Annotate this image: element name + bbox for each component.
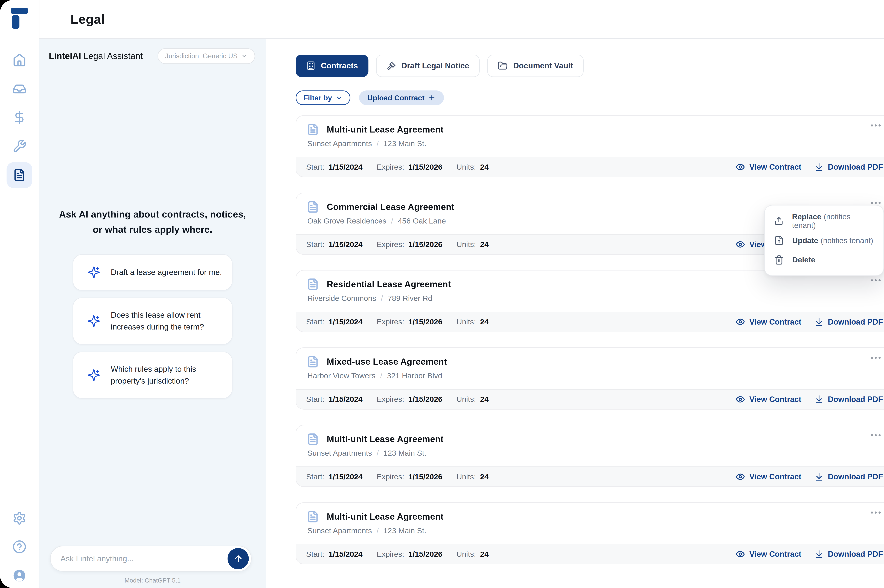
- contract-subtitle: Sunset Apartments / 123 Main St.: [307, 139, 879, 148]
- expires-value: 1/15/2026: [408, 163, 442, 171]
- chevron-down-icon: [335, 94, 343, 101]
- view-contract-link[interactable]: View Contract: [735, 549, 801, 559]
- contract-property: Oak Grove Residences: [307, 217, 386, 225]
- contract-address: 123 Main St.: [383, 526, 427, 535]
- units-label: Units:: [457, 395, 476, 404]
- sidebar-item-home[interactable]: [12, 53, 27, 67]
- app-window: Legal LintelAILegal Assistant Jurisdicti…: [0, 0, 884, 588]
- units-label: Units:: [457, 163, 476, 171]
- contract-property: Harbor View Towers: [307, 371, 375, 380]
- contract-title: Residential Lease Agreement: [327, 279, 451, 290]
- sidebar-item-maintenance[interactable]: [12, 139, 27, 153]
- download-pdf-label: Download PDF: [828, 472, 883, 481]
- ellipsis-button[interactable]: [869, 354, 883, 361]
- contract-title: Multi-unit Lease Agreement: [327, 512, 444, 522]
- separator: /: [377, 526, 379, 535]
- start-label: Start:: [306, 163, 325, 171]
- menu-item-replace[interactable]: Replace(notifies tenant): [765, 212, 884, 231]
- jurisdiction-dropdown[interactable]: Jurisdiction: Generic US: [158, 48, 255, 64]
- download-icon: [814, 317, 824, 327]
- folder-open-icon: [498, 61, 508, 71]
- sidebar-item-help[interactable]: [12, 540, 27, 554]
- view-contract-link[interactable]: View Contract: [735, 162, 801, 172]
- units-label: Units:: [457, 472, 476, 481]
- sidebar-item-inbox[interactable]: [12, 82, 27, 96]
- upload-icon: [774, 216, 784, 226]
- view-contract-link[interactable]: View Contract: [735, 472, 801, 482]
- eye-icon: [735, 239, 746, 249]
- tab-label: Draft Legal Notice: [401, 61, 469, 70]
- trash-icon: [774, 255, 784, 265]
- menu-item-delete[interactable]: Delete: [765, 250, 884, 270]
- ellipsis-button[interactable]: [869, 122, 883, 129]
- file-icon: [307, 278, 319, 291]
- contract-footer: Start:1/15/2024 Expires:1/15/2026 Units:…: [296, 466, 884, 486]
- sidebar-item-payments[interactable]: [12, 110, 27, 124]
- gear-icon: [12, 511, 27, 525]
- start-value: 1/15/2024: [328, 163, 362, 171]
- sidebar-item-legal[interactable]: [6, 162, 32, 188]
- suggestion-card-jurisdiction-rules[interactable]: Which rules apply to this property’s jur…: [73, 352, 233, 399]
- start-label: Start:: [306, 318, 325, 326]
- contract-card: Mixed-use Lease Agreement Harbor View To…: [296, 347, 884, 410]
- view-contract-link[interactable]: View Contract: [735, 394, 801, 404]
- chat-input[interactable]: [50, 546, 252, 572]
- building-icon: [306, 61, 316, 70]
- help-icon: [12, 540, 27, 554]
- contract-footer: Start:1/15/2024 Expires:1/15/2026 Units:…: [296, 389, 884, 409]
- menu-label: Update: [792, 236, 818, 245]
- view-contract-link[interactable]: View Contract: [735, 317, 801, 327]
- wrench-icon: [12, 139, 27, 153]
- view-contract-label: View Contract: [749, 162, 801, 171]
- tab-document-vault[interactable]: Document Vault: [487, 55, 583, 77]
- contract-property: Sunset Apartments: [307, 526, 372, 535]
- download-pdf-link[interactable]: Download PDF: [814, 549, 883, 559]
- expires-label: Expires:: [377, 472, 404, 481]
- suggestion-text: Draft a lease agreement for me.: [111, 266, 223, 278]
- separator: /: [381, 294, 383, 303]
- download-pdf-link[interactable]: Download PDF: [814, 317, 883, 327]
- contract-property: Sunset Apartments: [307, 139, 372, 148]
- sidebar-item-profile[interactable]: [12, 568, 27, 583]
- ellipsis-button[interactable]: [869, 277, 883, 284]
- filter-by-button[interactable]: Filter by: [296, 90, 350, 105]
- expires-value: 1/15/2026: [408, 240, 442, 249]
- menu-item-update[interactable]: Update(notifies tenant): [765, 231, 884, 250]
- brand-name: LintelAI: [49, 51, 81, 61]
- sparkles-icon: [87, 266, 100, 279]
- assistant-panel: LintelAILegal Assistant Jurisdiction: Ge…: [39, 39, 266, 588]
- ellipsis-button[interactable]: [869, 509, 883, 516]
- suggestion-text: Does this lease allow rent increases dur…: [111, 309, 223, 333]
- send-button[interactable]: [227, 548, 249, 569]
- start-label: Start:: [306, 395, 325, 404]
- download-pdf-link[interactable]: Download PDF: [814, 162, 883, 172]
- brand-suffix: Legal Assistant: [83, 51, 143, 61]
- view-contract-label: View Contract: [749, 472, 801, 481]
- start-label: Start:: [306, 240, 325, 249]
- contract-property: Riverside Commons: [307, 294, 376, 303]
- download-pdf-link[interactable]: Download PDF: [814, 472, 883, 482]
- menu-label: Delete: [792, 255, 815, 264]
- sidebar-item-settings[interactable]: [12, 511, 27, 525]
- suggestion-text: Which rules apply to this property’s jur…: [111, 363, 223, 387]
- ellipsis-button[interactable]: [869, 432, 883, 438]
- file-icon: [307, 201, 319, 213]
- user-icon: [12, 568, 27, 583]
- contract-title: Mixed-use Lease Agreement: [327, 357, 447, 367]
- model-label: Model: ChatGPT 5.1: [39, 576, 266, 585]
- suggestion-card-rent-increase[interactable]: Does this lease allow rent increases dur…: [73, 297, 233, 345]
- contract-subtitle: Harbor View Towers / 321 Harbor Blvd: [307, 371, 879, 380]
- start-label: Start:: [306, 550, 325, 558]
- download-pdf-link[interactable]: Download PDF: [814, 394, 883, 404]
- suggestion-card-draft-lease[interactable]: Draft a lease agreement for me.: [73, 254, 233, 291]
- download-pdf-label: Download PDF: [828, 550, 883, 558]
- view-contract-label: View Contract: [749, 395, 801, 404]
- eye-icon: [735, 472, 746, 482]
- sparkles-icon: [87, 369, 100, 382]
- upload-contract-button[interactable]: Upload Contract: [359, 90, 444, 105]
- download-icon: [814, 162, 824, 172]
- eye-icon: [735, 162, 746, 172]
- file-icon: [307, 356, 319, 368]
- tab-draft-legal-notice[interactable]: Draft Legal Notice: [376, 55, 480, 77]
- tab-contracts[interactable]: Contracts: [296, 55, 368, 77]
